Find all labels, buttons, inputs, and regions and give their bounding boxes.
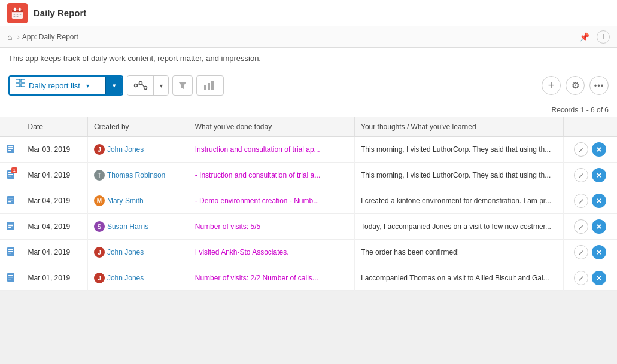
user-link[interactable]: S Susan Harris xyxy=(94,221,183,232)
svg-rect-20 xyxy=(208,83,210,90)
svg-line-16 xyxy=(137,84,139,85)
edit-button[interactable] xyxy=(574,245,588,259)
delete-button[interactable] xyxy=(592,168,606,182)
table-row: Mar 03, 2019 J John Jones Instruction an… xyxy=(0,137,617,163)
row-actions xyxy=(563,188,617,214)
description-text: This app keeps track of daily work conte… xyxy=(8,54,261,63)
svg-rect-19 xyxy=(204,85,206,90)
row-thoughts: I created a kintone environment for demo… xyxy=(355,188,564,214)
view-label: Daily report list xyxy=(29,81,80,90)
table-row: 1 Mar 04, 2019 T Thomas Robinson - Instr… xyxy=(0,163,617,188)
edit-button[interactable] xyxy=(574,142,588,157)
home-icon[interactable]: ⌂ xyxy=(7,32,12,42)
svg-rect-8 xyxy=(17,16,19,17)
view-selector-main[interactable]: Daily report list ▾ xyxy=(10,77,105,94)
info-icon[interactable]: i xyxy=(597,30,610,44)
row-created-by[interactable]: T Thomas Robinson xyxy=(87,163,189,188)
delete-button[interactable] xyxy=(592,142,606,157)
edit-button[interactable] xyxy=(574,168,588,182)
table-row: Mar 04, 2019 M Mary Smith - Demo environ… xyxy=(0,188,617,214)
view-main-chevron: ▾ xyxy=(86,82,89,89)
avatar: T xyxy=(94,170,105,181)
svg-rect-54 xyxy=(8,277,13,277)
row-created-by[interactable]: J John Jones xyxy=(87,265,189,291)
row-icon-cell xyxy=(0,214,22,240)
page-title: Daily Report xyxy=(34,8,86,18)
grid-icon xyxy=(16,79,25,91)
user-link[interactable]: J John Jones xyxy=(94,247,183,258)
delete-button[interactable] xyxy=(592,219,606,234)
row-date: Mar 04, 2019 xyxy=(22,240,87,265)
row-date: Mar 03, 2019 xyxy=(22,137,87,163)
graph-selector[interactable]: ▾ xyxy=(127,75,169,96)
row-actions xyxy=(563,163,617,188)
graph-main[interactable] xyxy=(127,76,154,95)
row-icon-cell xyxy=(0,240,22,265)
edit-button[interactable] xyxy=(574,271,588,285)
row-icon-cell xyxy=(0,137,22,163)
view-dropdown-button[interactable]: ▾ xyxy=(105,77,122,94)
avatar: J xyxy=(94,247,105,258)
user-name: John Jones xyxy=(107,248,144,256)
avatar: M xyxy=(94,195,105,206)
col-header-icon xyxy=(0,117,22,137)
filter-button[interactable] xyxy=(172,75,193,96)
more-button[interactable]: ••• xyxy=(589,76,609,95)
row-icon-cell: 1 xyxy=(0,163,22,188)
svg-rect-12 xyxy=(21,84,25,87)
delete-button[interactable] xyxy=(592,271,606,285)
col-header-created: Created by xyxy=(87,117,189,137)
row-date: Mar 01, 2019 xyxy=(22,265,87,291)
avatar: S xyxy=(94,221,105,232)
user-name: John Jones xyxy=(107,274,144,282)
pin-icon[interactable]: 📌 xyxy=(578,30,591,44)
user-link[interactable]: J John Jones xyxy=(94,273,183,283)
svg-rect-2 xyxy=(14,7,16,11)
user-link[interactable]: T Thomas Robinson xyxy=(94,170,183,181)
col-header-actions xyxy=(563,117,617,137)
record-icon xyxy=(7,274,15,284)
add-button[interactable]: + xyxy=(542,76,561,95)
delete-button[interactable] xyxy=(592,245,606,259)
table-row: Mar 04, 2019 J John Jones I visited Ankh… xyxy=(0,240,617,265)
graph-dropdown-button[interactable]: ▾ xyxy=(154,76,168,95)
svg-rect-35 xyxy=(8,198,13,198)
row-thoughts: The order has been confirmed! xyxy=(355,240,564,265)
edit-button[interactable] xyxy=(574,219,588,234)
avatar: J xyxy=(94,144,105,155)
record-icon xyxy=(7,145,15,155)
svg-rect-55 xyxy=(8,279,11,279)
svg-rect-6 xyxy=(20,13,22,14)
view-selector[interactable]: Daily report list ▾ ▾ xyxy=(8,75,123,96)
breadcrumb-separator: › xyxy=(17,32,19,41)
row-created-by[interactable]: J John Jones xyxy=(87,137,189,163)
svg-rect-36 xyxy=(8,200,13,200)
settings-button[interactable]: ⚙ xyxy=(566,76,585,95)
breadcrumb: App: Daily Report xyxy=(22,33,78,41)
user-link[interactable]: M Mary Smith xyxy=(94,195,183,206)
row-actions xyxy=(563,240,617,265)
svg-rect-49 xyxy=(8,253,11,253)
svg-rect-25 xyxy=(8,150,11,151)
user-link[interactable]: J John Jones xyxy=(94,144,183,155)
svg-rect-53 xyxy=(8,275,13,276)
row-created-by[interactable]: J John Jones xyxy=(87,240,189,265)
add-icon: + xyxy=(548,79,555,92)
svg-rect-4 xyxy=(14,13,16,14)
records-count: Records 1 - 6 of 6 xyxy=(0,102,617,117)
col-header-done: What you've done today xyxy=(189,117,354,137)
record-icon xyxy=(7,248,15,258)
chart-button[interactable] xyxy=(196,75,224,96)
delete-button[interactable] xyxy=(592,194,606,208)
row-actions xyxy=(563,265,617,291)
table-row: Mar 01, 2019 J John Jones Number of visi… xyxy=(0,265,617,291)
svg-rect-31 xyxy=(8,176,11,176)
row-created-by[interactable]: M Mary Smith xyxy=(87,188,189,214)
row-thoughts: I accompanied Thomas on a visit to Allie… xyxy=(355,265,564,291)
row-thoughts: Today, I accompanied Jones on a visit to… xyxy=(355,214,564,240)
svg-rect-47 xyxy=(8,249,13,250)
gear-icon: ⚙ xyxy=(572,80,579,91)
row-created-by[interactable]: S Susan Harris xyxy=(87,214,189,240)
app-icon xyxy=(7,3,28,23)
edit-button[interactable] xyxy=(574,194,588,208)
